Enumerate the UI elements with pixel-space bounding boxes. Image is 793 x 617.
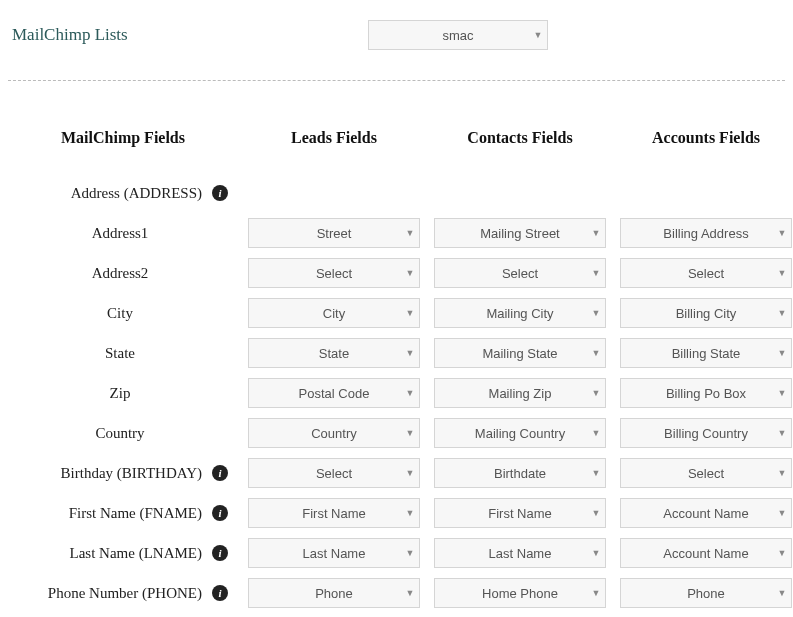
chevron-down-icon: ▼ bbox=[529, 30, 547, 40]
accounts-select-row10-value: Phone bbox=[621, 586, 773, 601]
field-label-text: Address2 bbox=[92, 265, 149, 282]
chevron-down-icon: ▼ bbox=[401, 308, 419, 318]
chevron-down-icon: ▼ bbox=[401, 228, 419, 238]
chevron-down-icon: ▼ bbox=[401, 388, 419, 398]
chevron-down-icon: ▼ bbox=[587, 308, 605, 318]
accounts-select-row10[interactable]: Phone▼ bbox=[620, 578, 792, 608]
leads-select-row1-value: Street bbox=[249, 226, 401, 241]
chevron-down-icon: ▼ bbox=[401, 268, 419, 278]
leads-select-row3-value: City bbox=[249, 306, 401, 321]
contacts-select-row2[interactable]: Select▼ bbox=[434, 258, 606, 288]
field-row-label: Phone Number (PHONE)i bbox=[8, 573, 238, 613]
leads-select-row9[interactable]: Last Name▼ bbox=[248, 538, 420, 568]
contacts-select-row3-value: Mailing City bbox=[435, 306, 587, 321]
field-label-text: Address1 bbox=[92, 225, 149, 242]
field-label-text: City bbox=[107, 305, 133, 322]
info-icon[interactable]: i bbox=[212, 505, 228, 521]
mailchimp-list-value: smac bbox=[369, 28, 529, 43]
leads-select-row8-value: First Name bbox=[249, 506, 401, 521]
leads-select-row10[interactable]: Phone▼ bbox=[248, 578, 420, 608]
contacts-select-row3[interactable]: Mailing City▼ bbox=[434, 298, 606, 328]
column-header-accounts: Accounts Fields bbox=[616, 121, 793, 173]
leads-select-row7[interactable]: Select▼ bbox=[248, 458, 420, 488]
chevron-down-icon: ▼ bbox=[587, 428, 605, 438]
field-label-text: Address (ADDRESS) bbox=[71, 185, 202, 202]
info-icon[interactable]: i bbox=[212, 465, 228, 481]
chevron-down-icon: ▼ bbox=[401, 508, 419, 518]
contacts-select-row10-value: Home Phone bbox=[435, 586, 587, 601]
info-icon[interactable]: i bbox=[212, 585, 228, 601]
divider bbox=[8, 80, 785, 81]
field-label-text: Birthday (BIRTHDAY) bbox=[61, 465, 202, 482]
accounts-select-row7[interactable]: Select▼ bbox=[620, 458, 792, 488]
chevron-down-icon: ▼ bbox=[587, 548, 605, 558]
contacts-select-row7-value: Birthdate bbox=[435, 466, 587, 481]
contacts-select-row8-value: First Name bbox=[435, 506, 587, 521]
contacts-select-row6-value: Mailing Country bbox=[435, 426, 587, 441]
chevron-down-icon: ▼ bbox=[773, 228, 791, 238]
chevron-down-icon: ▼ bbox=[773, 268, 791, 278]
contacts-select-row6[interactable]: Mailing Country▼ bbox=[434, 418, 606, 448]
accounts-select-row2[interactable]: Select▼ bbox=[620, 258, 792, 288]
field-label-text: Country bbox=[95, 425, 144, 442]
info-icon[interactable]: i bbox=[212, 185, 228, 201]
info-icon[interactable]: i bbox=[212, 545, 228, 561]
accounts-select-row9[interactable]: Account Name▼ bbox=[620, 538, 792, 568]
accounts-select-row9-value: Account Name bbox=[621, 546, 773, 561]
contacts-select-row9[interactable]: Last Name▼ bbox=[434, 538, 606, 568]
chevron-down-icon: ▼ bbox=[773, 468, 791, 478]
leads-select-row6[interactable]: Country▼ bbox=[248, 418, 420, 448]
leads-select-row3[interactable]: City▼ bbox=[248, 298, 420, 328]
accounts-select-row3[interactable]: Billing City▼ bbox=[620, 298, 792, 328]
accounts-select-row6[interactable]: Billing Country▼ bbox=[620, 418, 792, 448]
contacts-select-row4-value: Mailing State bbox=[435, 346, 587, 361]
contacts-select-row7[interactable]: Birthdate▼ bbox=[434, 458, 606, 488]
field-row-label: Address1 bbox=[8, 213, 238, 253]
leads-select-row7-value: Select bbox=[249, 466, 401, 481]
field-label-text: State bbox=[105, 345, 135, 362]
contacts-select-row1-value: Mailing Street bbox=[435, 226, 587, 241]
contacts-select-row8[interactable]: First Name▼ bbox=[434, 498, 606, 528]
chevron-down-icon: ▼ bbox=[401, 468, 419, 478]
chevron-down-icon: ▼ bbox=[773, 428, 791, 438]
leads-select-row4-value: State bbox=[249, 346, 401, 361]
accounts-select-row7-value: Select bbox=[621, 466, 773, 481]
accounts-select-row4-value: Billing State bbox=[621, 346, 773, 361]
leads-select-row10-value: Phone bbox=[249, 586, 401, 601]
leads-select-row6-value: Country bbox=[249, 426, 401, 441]
accounts-select-row5[interactable]: Billing Po Box▼ bbox=[620, 378, 792, 408]
field-row-label: Address2 bbox=[8, 253, 238, 293]
field-row-label: Last Name (LNAME)i bbox=[8, 533, 238, 573]
field-row-label: City bbox=[8, 293, 238, 333]
accounts-select-row4[interactable]: Billing State▼ bbox=[620, 338, 792, 368]
leads-select-row1[interactable]: Street▼ bbox=[248, 218, 420, 248]
field-row-label: Zip bbox=[8, 373, 238, 413]
chevron-down-icon: ▼ bbox=[773, 548, 791, 558]
accounts-select-row5-value: Billing Po Box bbox=[621, 386, 773, 401]
leads-select-row4[interactable]: State▼ bbox=[248, 338, 420, 368]
field-label-text: Zip bbox=[110, 385, 131, 402]
field-label-text: First Name (FNAME) bbox=[69, 505, 202, 522]
accounts-select-row8-value: Account Name bbox=[621, 506, 773, 521]
contacts-select-row1[interactable]: Mailing Street▼ bbox=[434, 218, 606, 248]
contacts-select-row5-value: Mailing Zip bbox=[435, 386, 587, 401]
chevron-down-icon: ▼ bbox=[401, 588, 419, 598]
field-row-label: Birthday (BIRTHDAY)i bbox=[8, 453, 238, 493]
mailchimp-list-select[interactable]: smac ▼ bbox=[368, 20, 548, 50]
chevron-down-icon: ▼ bbox=[773, 388, 791, 398]
chevron-down-icon: ▼ bbox=[587, 588, 605, 598]
leads-select-row5[interactable]: Postal Code▼ bbox=[248, 378, 420, 408]
leads-select-row8[interactable]: First Name▼ bbox=[248, 498, 420, 528]
contacts-select-row5[interactable]: Mailing Zip▼ bbox=[434, 378, 606, 408]
chevron-down-icon: ▼ bbox=[587, 508, 605, 518]
accounts-select-row1[interactable]: Billing Address▼ bbox=[620, 218, 792, 248]
field-label-text: Last Name (LNAME) bbox=[70, 545, 202, 562]
chevron-down-icon: ▼ bbox=[587, 348, 605, 358]
leads-select-row2[interactable]: Select▼ bbox=[248, 258, 420, 288]
accounts-select-row1-value: Billing Address bbox=[621, 226, 773, 241]
column-header-contacts: Contacts Fields bbox=[430, 121, 610, 173]
contacts-select-row10[interactable]: Home Phone▼ bbox=[434, 578, 606, 608]
contacts-select-row4[interactable]: Mailing State▼ bbox=[434, 338, 606, 368]
accounts-select-row8[interactable]: Account Name▼ bbox=[620, 498, 792, 528]
leads-select-row9-value: Last Name bbox=[249, 546, 401, 561]
